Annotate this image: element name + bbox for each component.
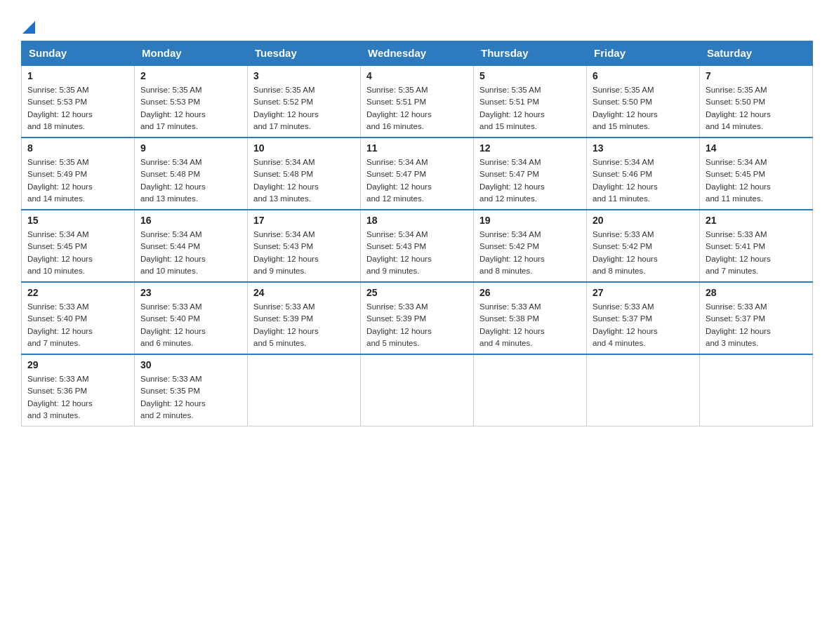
day-info: Sunrise: 5:35 AMSunset: 5:53 PMDaylight:… <box>27 84 128 133</box>
day-info: Sunrise: 5:35 AMSunset: 5:50 PMDaylight:… <box>706 84 807 133</box>
day-info: Sunrise: 5:35 AMSunset: 5:51 PMDaylight:… <box>366 84 468 133</box>
calendar-cell: 13Sunrise: 5:34 AMSunset: 5:46 PMDayligh… <box>587 137 700 210</box>
day-number: 12 <box>479 142 581 154</box>
calendar-cell <box>361 354 474 427</box>
day-number: 26 <box>479 287 581 298</box>
day-number: 27 <box>593 287 694 298</box>
weekday-header-monday: Monday <box>135 41 248 66</box>
day-number: 17 <box>253 215 355 226</box>
calendar-cell: 1Sunrise: 5:35 AMSunset: 5:53 PMDaylight… <box>22 65 135 137</box>
day-info: Sunrise: 5:35 AMSunset: 5:51 PMDaylight:… <box>479 84 581 133</box>
day-number: 7 <box>706 70 807 81</box>
calendar-cell: 3Sunrise: 5:35 AMSunset: 5:52 PMDaylight… <box>248 65 361 137</box>
calendar-cell: 6Sunrise: 5:35 AMSunset: 5:50 PMDaylight… <box>587 65 700 137</box>
week-row-2: 8Sunrise: 5:35 AMSunset: 5:49 PMDaylight… <box>22 137 813 210</box>
week-row-3: 15Sunrise: 5:34 AMSunset: 5:45 PMDayligh… <box>22 210 813 282</box>
day-number: 13 <box>593 142 694 154</box>
calendar-cell: 9Sunrise: 5:34 AMSunset: 5:48 PMDaylight… <box>135 137 248 210</box>
day-number: 9 <box>140 142 241 154</box>
day-info: Sunrise: 5:34 AMSunset: 5:44 PMDaylight:… <box>140 229 241 277</box>
day-number: 29 <box>27 359 128 370</box>
day-info: Sunrise: 5:35 AMSunset: 5:53 PMDaylight:… <box>140 84 241 133</box>
calendar-cell: 4Sunrise: 5:35 AMSunset: 5:51 PMDaylight… <box>361 65 474 137</box>
day-number: 6 <box>593 70 694 81</box>
calendar-cell: 22Sunrise: 5:33 AMSunset: 5:40 PMDayligh… <box>22 282 135 354</box>
calendar-cell: 30Sunrise: 5:33 AMSunset: 5:35 PMDayligh… <box>135 354 248 427</box>
logo-triangle-icon <box>22 21 35 34</box>
day-info: Sunrise: 5:35 AMSunset: 5:50 PMDaylight:… <box>593 84 694 133</box>
calendar-cell: 20Sunrise: 5:33 AMSunset: 5:42 PMDayligh… <box>587 210 700 282</box>
day-number: 19 <box>479 215 581 226</box>
day-info: Sunrise: 5:33 AMSunset: 5:36 PMDaylight:… <box>27 373 128 422</box>
day-info: Sunrise: 5:33 AMSunset: 5:37 PMDaylight:… <box>593 301 694 349</box>
day-info: Sunrise: 5:34 AMSunset: 5:47 PMDaylight:… <box>366 156 468 205</box>
calendar-cell: 26Sunrise: 5:33 AMSunset: 5:38 PMDayligh… <box>474 282 587 354</box>
week-row-4: 22Sunrise: 5:33 AMSunset: 5:40 PMDayligh… <box>22 282 813 354</box>
calendar-cell <box>474 354 587 427</box>
weekday-header-friday: Friday <box>587 41 700 66</box>
day-number: 15 <box>27 215 128 226</box>
calendar-table: SundayMondayTuesdayWednesdayThursdayFrid… <box>21 41 813 427</box>
calendar-cell: 14Sunrise: 5:34 AMSunset: 5:45 PMDayligh… <box>700 137 813 210</box>
week-row-5: 29Sunrise: 5:33 AMSunset: 5:36 PMDayligh… <box>22 354 813 427</box>
day-info: Sunrise: 5:34 AMSunset: 5:47 PMDaylight:… <box>479 156 581 205</box>
day-info: Sunrise: 5:34 AMSunset: 5:43 PMDaylight:… <box>366 229 468 277</box>
calendar-cell: 23Sunrise: 5:33 AMSunset: 5:40 PMDayligh… <box>135 282 248 354</box>
day-number: 30 <box>140 359 241 370</box>
calendar-cell: 29Sunrise: 5:33 AMSunset: 5:36 PMDayligh… <box>22 354 135 427</box>
day-info: Sunrise: 5:35 AMSunset: 5:52 PMDaylight:… <box>253 84 355 133</box>
day-info: Sunrise: 5:35 AMSunset: 5:49 PMDaylight:… <box>27 156 128 205</box>
day-number: 1 <box>27 70 128 81</box>
day-number: 22 <box>27 287 128 298</box>
day-number: 25 <box>366 287 468 298</box>
day-number: 20 <box>593 215 694 226</box>
weekday-header-tuesday: Tuesday <box>248 41 361 66</box>
calendar-cell: 28Sunrise: 5:33 AMSunset: 5:37 PMDayligh… <box>700 282 813 354</box>
calendar-cell: 2Sunrise: 5:35 AMSunset: 5:53 PMDaylight… <box>135 65 248 137</box>
day-number: 21 <box>706 215 807 226</box>
calendar-cell: 25Sunrise: 5:33 AMSunset: 5:39 PMDayligh… <box>361 282 474 354</box>
day-info: Sunrise: 5:33 AMSunset: 5:37 PMDaylight:… <box>706 301 807 349</box>
weekday-header-wednesday: Wednesday <box>361 41 474 66</box>
weekday-header-saturday: Saturday <box>700 41 813 66</box>
day-number: 11 <box>366 142 468 154</box>
calendar-cell: 5Sunrise: 5:35 AMSunset: 5:51 PMDaylight… <box>474 65 587 137</box>
calendar-cell: 17Sunrise: 5:34 AMSunset: 5:43 PMDayligh… <box>248 210 361 282</box>
day-number: 5 <box>479 70 581 81</box>
calendar-cell: 24Sunrise: 5:33 AMSunset: 5:39 PMDayligh… <box>248 282 361 354</box>
calendar-cell <box>700 354 813 427</box>
day-number: 2 <box>140 70 241 81</box>
day-info: Sunrise: 5:34 AMSunset: 5:42 PMDaylight:… <box>479 229 581 277</box>
day-info: Sunrise: 5:33 AMSunset: 5:40 PMDaylight:… <box>27 301 128 349</box>
day-info: Sunrise: 5:33 AMSunset: 5:38 PMDaylight:… <box>479 301 581 349</box>
calendar-cell: 16Sunrise: 5:34 AMSunset: 5:44 PMDayligh… <box>135 210 248 282</box>
calendar-cell <box>587 354 700 427</box>
day-info: Sunrise: 5:34 AMSunset: 5:45 PMDaylight:… <box>706 156 807 205</box>
day-number: 4 <box>366 70 468 81</box>
day-info: Sunrise: 5:33 AMSunset: 5:39 PMDaylight:… <box>366 301 468 349</box>
day-info: Sunrise: 5:34 AMSunset: 5:48 PMDaylight:… <box>253 156 355 205</box>
calendar-cell: 12Sunrise: 5:34 AMSunset: 5:47 PMDayligh… <box>474 137 587 210</box>
calendar-cell: 10Sunrise: 5:34 AMSunset: 5:48 PMDayligh… <box>248 137 361 210</box>
day-info: Sunrise: 5:34 AMSunset: 5:45 PMDaylight:… <box>27 229 128 277</box>
day-number: 16 <box>140 215 241 226</box>
svg-marker-0 <box>22 21 35 34</box>
day-number: 10 <box>253 142 355 154</box>
calendar-cell: 21Sunrise: 5:33 AMSunset: 5:41 PMDayligh… <box>700 210 813 282</box>
weekday-header-row: SundayMondayTuesdayWednesdayThursdayFrid… <box>22 41 813 66</box>
week-row-1: 1Sunrise: 5:35 AMSunset: 5:53 PMDaylight… <box>22 65 813 137</box>
page-header <box>21 14 813 34</box>
day-info: Sunrise: 5:34 AMSunset: 5:48 PMDaylight:… <box>140 156 241 205</box>
weekday-header-thursday: Thursday <box>474 41 587 66</box>
day-info: Sunrise: 5:34 AMSunset: 5:46 PMDaylight:… <box>593 156 694 205</box>
calendar-cell: 15Sunrise: 5:34 AMSunset: 5:45 PMDayligh… <box>22 210 135 282</box>
logo <box>21 21 35 34</box>
calendar-cell: 11Sunrise: 5:34 AMSunset: 5:47 PMDayligh… <box>361 137 474 210</box>
day-number: 23 <box>140 287 241 298</box>
day-info: Sunrise: 5:33 AMSunset: 5:39 PMDaylight:… <box>253 301 355 349</box>
day-info: Sunrise: 5:33 AMSunset: 5:40 PMDaylight:… <box>140 301 241 349</box>
day-number: 14 <box>706 142 807 154</box>
day-number: 28 <box>706 287 807 298</box>
calendar-cell: 7Sunrise: 5:35 AMSunset: 5:50 PMDaylight… <box>700 65 813 137</box>
day-info: Sunrise: 5:33 AMSunset: 5:42 PMDaylight:… <box>593 229 694 277</box>
